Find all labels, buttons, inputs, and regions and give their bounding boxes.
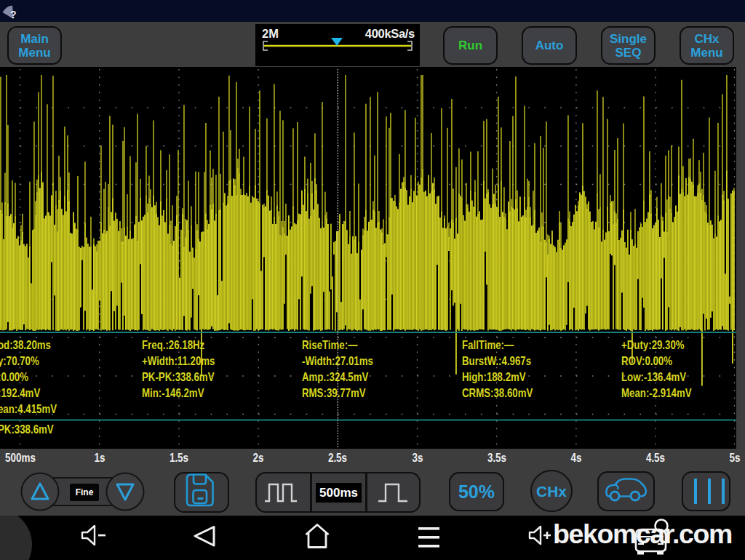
svg-text:?: ? xyxy=(10,9,17,20)
